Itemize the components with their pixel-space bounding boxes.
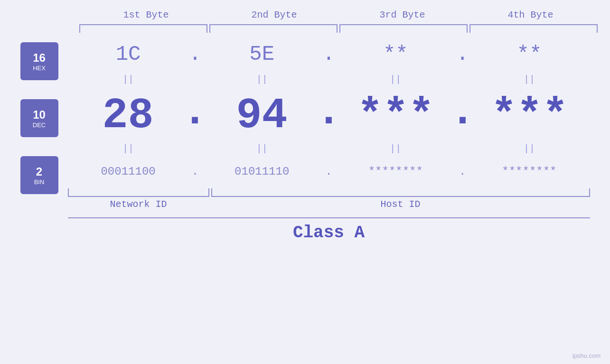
bracket-3 [339,24,468,33]
hex-b2-value: 5E [249,42,274,66]
eq2-3: || [335,143,456,154]
dec-dot-1: . [188,88,202,140]
base-labels: 16 HEX 10 DEC 2 BIN [20,37,68,199]
bin-b4: ******** [469,165,590,178]
eq2-1: || [68,143,189,154]
col-header-1: 1st Byte [82,9,210,20]
hex-dot-2: . [322,42,335,66]
bin-dot-2: . [322,165,335,178]
bin-b4-value: ******** [502,165,556,178]
dec-b4-value: *** [491,92,568,140]
bracket-4 [469,24,598,33]
hex-b3-value: ** [383,42,408,66]
hex-b1-value: 1C [116,42,141,66]
equals-row-1: || || || || [68,71,590,88]
bin-b2-value: 01011110 [235,165,289,178]
dec-b3: *** [336,92,456,140]
bin-b1: 00011100 [68,165,189,178]
eq-2: || [201,74,322,85]
eq-4: || [469,74,590,85]
id-labels-row: Network ID Host ID [68,199,590,210]
column-headers: 1st Byte 2nd Byte 3rd Byte 4th Byte [0,9,610,20]
bracket-2 [209,24,338,33]
bin-b2: 01011110 [201,165,322,178]
hex-badge: 16 HEX [20,42,58,80]
dec-b1: 28 [68,92,188,140]
eq2-2: || [201,143,322,154]
dec-b2-value: 94 [236,92,287,140]
eq2-4: || [469,143,590,154]
main-container: 1st Byte 2nd Byte 3rd Byte 4th Byte 16 H… [0,0,610,364]
bottom-brackets [68,188,590,197]
bin-number: 2 [36,165,42,178]
eq-1: || [68,74,189,85]
dec-label: DEC [33,121,46,129]
dec-b1-value: 28 [102,92,153,140]
hex-b4-value: ** [517,42,542,66]
equals-row-2: || || || || [68,140,590,157]
bin-row: 00011100 . 01011110 . ******** . *******… [68,157,590,186]
hex-label: HEX [33,65,46,72]
dec-dot-3: . [456,88,469,140]
bin-badge: 2 BIN [20,156,58,194]
hex-row: 1C . 5E . ** . ** [68,37,590,71]
dec-row: 28 . 94 . *** . *** [68,88,590,140]
hex-b3: ** [335,42,456,66]
hex-number: 16 [33,51,46,65]
class-label: Class A [293,223,365,243]
dec-dot-2: . [322,88,336,140]
col-header-3: 3rd Byte [338,9,467,20]
hex-dot-3: . [456,42,469,66]
dec-b3-value: *** [357,92,434,140]
col-header-4: 4th Byte [467,9,595,20]
eq-3: || [335,74,456,85]
top-brackets [0,24,610,33]
bin-b3-value: ******** [368,165,423,178]
bin-dot-1: . [189,165,201,178]
host-id-label: Host ID [211,199,590,210]
bracket-1 [79,24,207,33]
hex-dot-1: . [189,42,201,66]
col-header-2: 2nd Byte [210,9,338,20]
dec-badge: 10 DEC [20,99,58,137]
bin-b3: ******** [335,165,456,178]
dec-number: 10 [33,108,46,121]
rows-wrapper: 1C . 5E . ** . ** || || [68,37,590,243]
network-id-label: Network ID [68,199,209,210]
bin-label: BIN [34,178,45,186]
host-bracket [211,188,590,197]
bin-b1-value: 00011100 [101,165,155,178]
hex-b2: 5E [201,42,322,66]
network-bracket [68,188,209,197]
dec-b4: *** [469,92,590,140]
hex-b1: 1C [68,42,189,66]
class-row: Class A [68,217,590,243]
main-area: 16 HEX 10 DEC 2 BIN 1C . 5E [0,37,610,243]
hex-b4: ** [469,42,590,66]
bin-dot-3: . [456,165,469,178]
dec-b2: 94 [202,92,322,140]
watermark: ipshu.com [572,352,601,359]
